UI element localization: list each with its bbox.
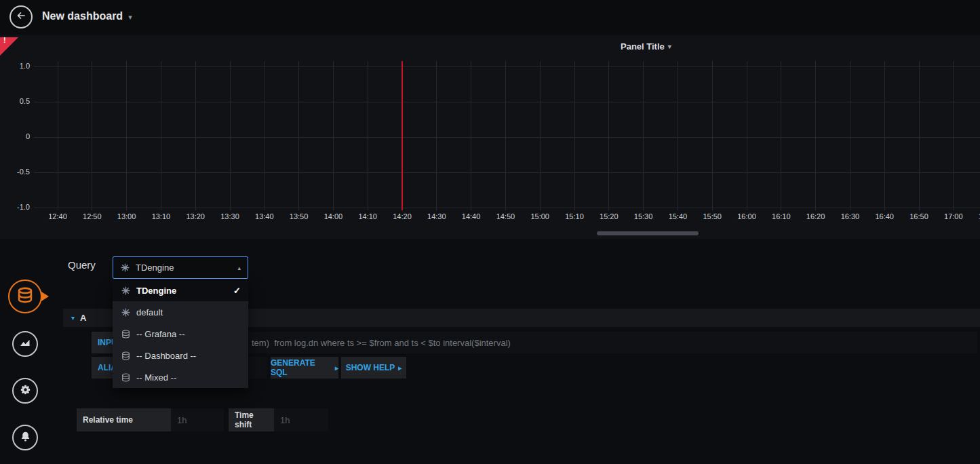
datasource-option-label: -- Dashboard --	[136, 351, 196, 361]
chevron-down-icon: ▾	[71, 314, 75, 322]
show-help-button[interactable]: SHOW HELP ▸	[341, 357, 406, 379]
database-icon	[121, 330, 130, 339]
grid-vline	[92, 61, 92, 210]
datasource-option-label: -- Mixed --	[136, 372, 176, 383]
relative-time-label-text: Relative time	[83, 415, 133, 425]
grid-vline	[643, 61, 644, 210]
x-tick-label: 12:50	[75, 212, 109, 220]
x-tick-label: 13:40	[248, 212, 281, 220]
grid-hline	[34, 102, 980, 102]
relative-time-label: Relative time	[77, 408, 171, 431]
y-tick-label: -0.5	[0, 168, 30, 176]
sidebar-tab-visualization[interactable]	[12, 331, 38, 357]
x-tick-label: 13:20	[178, 212, 212, 220]
x-tick-label: 14:50	[488, 212, 522, 220]
x-tick-label: 13:00	[110, 212, 144, 220]
generate-sql-button[interactable]: GENERATE SQL ▸	[271, 357, 338, 379]
x-tick-label: 16:00	[730, 212, 764, 220]
generate-sql-label: GENERATE SQL	[271, 358, 332, 377]
grid-vline	[436, 61, 437, 210]
x-tick-label: 15:40	[661, 212, 694, 220]
grid-vline	[574, 61, 575, 210]
query-section-label: Query	[68, 259, 96, 271]
x-tick-label: 13:10	[144, 212, 178, 220]
chevron-down-icon: ▾	[128, 11, 132, 22]
y-tick-label: -1.0	[0, 203, 30, 211]
sidebar-tab-queries[interactable]	[8, 279, 42, 313]
dashboard-title[interactable]: New dashboard ▾	[42, 10, 132, 22]
datasource-option[interactable]: default	[113, 301, 248, 323]
show-help-label: SHOW HELP	[346, 363, 395, 372]
panel-title-text: Panel Title	[621, 41, 665, 52]
sidebar-tab-alert[interactable]	[12, 425, 38, 450]
grid-vline	[264, 61, 264, 210]
x-tick-label: 13:50	[282, 212, 316, 220]
x-tick-label: 14:40	[454, 212, 488, 220]
annotation-vline	[401, 61, 403, 210]
datasource-select-value: TDengine	[136, 263, 174, 273]
datasource-option-label: default	[136, 307, 163, 317]
x-tick-label: 15:10	[557, 212, 591, 220]
caret-right-icon: ▸	[398, 364, 401, 372]
x-tick-label: 15:50	[695, 212, 729, 220]
x-tick-label: 14:00	[316, 212, 350, 220]
grid-vline	[505, 61, 506, 210]
grid-vline	[368, 61, 368, 210]
grid-hline	[34, 137, 980, 138]
time-shift-label: Time shift	[229, 408, 274, 431]
database-icon	[17, 287, 33, 306]
datasource-menu: TDengine✓default-- Grafana ---- Dashboar…	[113, 279, 248, 388]
y-tick-label: 1.0	[0, 62, 30, 70]
grid-vline	[953, 61, 954, 210]
arrow-left-icon	[16, 10, 26, 24]
query-sql-input[interactable]	[136, 332, 977, 353]
chevron-down-icon: ▾	[668, 43, 671, 50]
relative-time-input[interactable]	[171, 408, 224, 431]
grid-vline	[298, 61, 299, 210]
tdengine-icon	[120, 263, 130, 272]
grid-vline	[230, 61, 231, 210]
x-tick-label: 17:00	[937, 212, 971, 220]
grid-vline	[712, 61, 713, 210]
sidebar-tab-general[interactable]	[12, 378, 38, 404]
chevron-up-icon: ▴	[237, 265, 241, 271]
database-icon	[121, 351, 130, 360]
time-shift-input[interactable]	[274, 408, 328, 431]
x-tick-label: 14:20	[385, 212, 419, 220]
time-shift-label-text: Time shift	[235, 410, 268, 429]
grid-hline	[34, 172, 980, 173]
graph-panel: ! Panel Title ▾ 12:4012:5013:0013:1013:2…	[0, 35, 980, 239]
query-editor-section: Query TDengine ▴ TDengine✓default-- Graf…	[0, 239, 980, 464]
gear-icon	[19, 383, 32, 399]
grid-vline	[471, 61, 471, 210]
x-tick-label: 16:20	[799, 212, 833, 220]
tdengine-icon	[121, 286, 130, 295]
y-tick-label: 0.5	[0, 97, 30, 105]
check-icon: ✓	[233, 286, 241, 296]
datasource-option[interactable]: TDengine✓	[113, 279, 248, 301]
query-row-letter: A	[80, 313, 86, 323]
x-tick-label: 16:40	[867, 212, 901, 220]
datasource-option[interactable]: -- Dashboard --	[113, 345, 248, 366]
y-tick-label: 0	[0, 132, 30, 140]
grafana-app: New dashboard ▾ ! Panel Title ▾ 12:4012:…	[0, 0, 980, 464]
horizontal-scrollbar-thumb[interactable]	[597, 231, 699, 235]
x-tick-label: 14:30	[420, 212, 454, 220]
caret-right-icon: ▸	[335, 364, 338, 372]
tdengine-icon	[121, 308, 130, 317]
x-tick-label: 15:00	[523, 212, 557, 220]
grid-vline	[919, 61, 920, 210]
datasource-option[interactable]: -- Mixed --	[113, 366, 248, 388]
back-button[interactable]	[9, 5, 33, 28]
datasource-select[interactable]: TDengine ▴	[113, 256, 248, 279]
grid-vline	[781, 61, 781, 210]
datasource-option[interactable]: -- Grafana --	[113, 323, 248, 345]
chart-plot-area[interactable]	[0, 61, 980, 210]
grid-vline	[333, 61, 334, 210]
grid-vline	[747, 61, 747, 210]
panel-title[interactable]: Panel Title ▾	[621, 41, 671, 52]
x-tick-label: 17:10	[971, 212, 980, 220]
grid-vline	[58, 61, 58, 210]
x-tick-label: 16:50	[902, 212, 936, 220]
bell-icon	[20, 431, 31, 445]
